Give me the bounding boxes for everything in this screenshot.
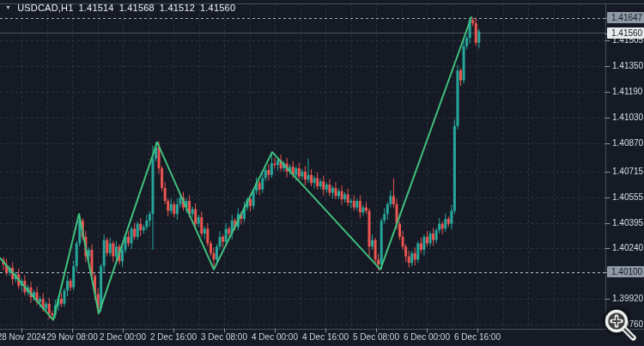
price-axis-label: 1.40870 [612, 138, 643, 149]
price-chart-canvas[interactable] [0, 0, 644, 346]
time-axis-label: 6 Dec 16:00 [454, 332, 501, 342]
price-axis-label: 1.40715 [612, 167, 643, 177]
price-axis-label: 1.40240 [612, 243, 643, 253]
time-axis-label: 4 Dec 00:00 [252, 332, 298, 342]
chart-title: ▼ USDCAD,H1 1.41514 1.41568 1.41512 1.41… [5, 3, 235, 13]
price-axis-label: 1.41190 [612, 87, 642, 97]
quote-close: 1.41560 [200, 3, 235, 13]
chart-symbol-period: USDCAD,H1 [17, 3, 73, 13]
time-axis-label: 2 Dec 16:00 [150, 332, 197, 342]
price-axis[interactable]: 1.415051.413501.411901.410301.408701.407… [606, 0, 644, 329]
time-axis-label: 6 Dec 00:00 [404, 332, 450, 342]
price-axis-label: 1.40555 [612, 192, 643, 203]
time-axis-label: 3 Dec 08:00 [201, 332, 247, 342]
quote-low: 1.41512 [160, 3, 195, 13]
quote-open: 1.41514 [79, 3, 114, 13]
price-axis-label: 1.41350 [612, 61, 643, 71]
time-axis-label: 4 Dec 16:00 [302, 332, 349, 342]
time-axis-label: 2 Dec 00:00 [100, 332, 146, 342]
quote-high: 1.41568 [119, 3, 155, 13]
chart-dropdown-icon[interactable]: ▼ [5, 4, 11, 10]
time-axis-label: 28 Nov 2024 [0, 332, 46, 342]
time-axis-label: 29 Nov 08:00 [46, 332, 98, 342]
price-level-badge: 1.41647 [607, 12, 644, 23]
chart-window: ▼ USDCAD,H1 1.41514 1.41568 1.41512 1.41… [0, 0, 644, 346]
magnifier-icon[interactable] [598, 303, 642, 346]
price-axis-label: 1.40395 [612, 218, 643, 228]
price-level-badge: 1.41560 [607, 27, 644, 39]
time-axis-label: 5 Dec 08:00 [353, 332, 399, 342]
price-axis-label: 1.41030 [612, 112, 643, 123]
time-axis[interactable]: 28 Nov 202429 Nov 08:002 Dec 00:002 Dec … [0, 330, 644, 346]
price-level-badge: 1.40100 [607, 266, 644, 277]
